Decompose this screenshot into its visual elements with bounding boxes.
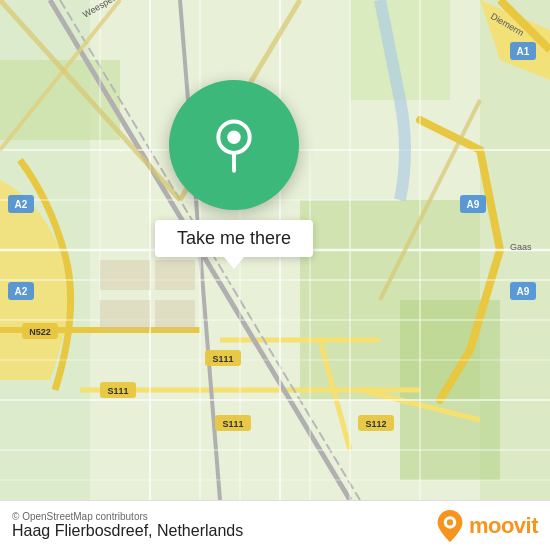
svg-text:A9: A9 xyxy=(517,286,530,297)
moovit-logo: moovit xyxy=(436,510,538,542)
moovit-pin-icon xyxy=(436,510,464,542)
osm-credit: © OpenStreetMap contributors xyxy=(12,511,243,522)
svg-point-68 xyxy=(447,519,453,525)
svg-rect-60 xyxy=(155,300,195,330)
svg-rect-59 xyxy=(100,300,150,330)
svg-text:A9: A9 xyxy=(467,199,480,210)
bottom-left: © OpenStreetMap contributors Haag Flierb… xyxy=(12,511,243,540)
popup-label-container[interactable]: Take me there xyxy=(155,220,313,257)
svg-text:S112: S112 xyxy=(365,419,386,429)
map-container: A1 A2 A2 A9 A9 S111 S111 S111 N522 S112 xyxy=(0,0,550,500)
svg-rect-57 xyxy=(100,260,150,290)
svg-text:A2: A2 xyxy=(15,199,28,210)
map-popup: Take me there xyxy=(155,80,313,269)
popup-triangle xyxy=(224,257,244,269)
svg-text:N522: N522 xyxy=(29,327,51,337)
svg-text:A1: A1 xyxy=(517,46,530,57)
bottom-bar: © OpenStreetMap contributors Haag Flierb… xyxy=(0,500,550,550)
svg-text:S111: S111 xyxy=(107,386,128,396)
svg-text:S111: S111 xyxy=(222,419,243,429)
location-name: Haag Flierbosdreef, Netherlands xyxy=(12,522,243,540)
take-me-there-button[interactable]: Take me there xyxy=(177,228,291,248)
svg-text:Gaas: Gaas xyxy=(510,242,532,252)
location-pin-icon xyxy=(206,117,262,173)
svg-text:S111: S111 xyxy=(212,354,233,364)
svg-point-66 xyxy=(227,130,240,143)
svg-text:A2: A2 xyxy=(15,286,28,297)
popup-bubble xyxy=(169,80,299,210)
moovit-brand-text: moovit xyxy=(469,513,538,539)
